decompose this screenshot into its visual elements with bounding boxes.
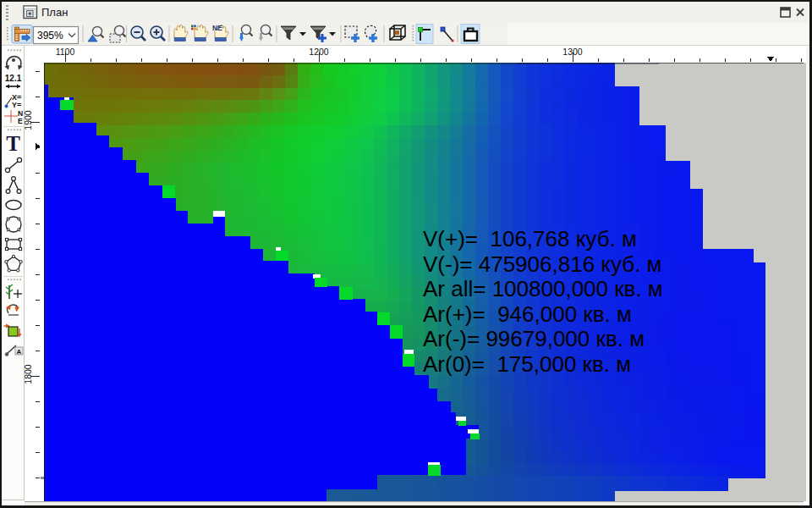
svg-text:1300: 1300 (562, 47, 583, 57)
svg-text:1100: 1100 (56, 47, 75, 57)
svg-text:12.1: 12.1 (5, 74, 22, 83)
svg-text:1900: 1900 (25, 110, 33, 130)
svg-text:1200: 1200 (309, 47, 329, 57)
svg-text:NE: NE (212, 24, 222, 32)
svg-text:1800: 1800 (25, 364, 33, 384)
svg-text:A: A (17, 348, 22, 356)
svg-text:E: E (18, 117, 23, 125)
svg-text:T: T (6, 132, 20, 155)
svg-text:Y=: Y= (12, 101, 21, 109)
svg-text:395%: 395% (37, 30, 63, 41)
